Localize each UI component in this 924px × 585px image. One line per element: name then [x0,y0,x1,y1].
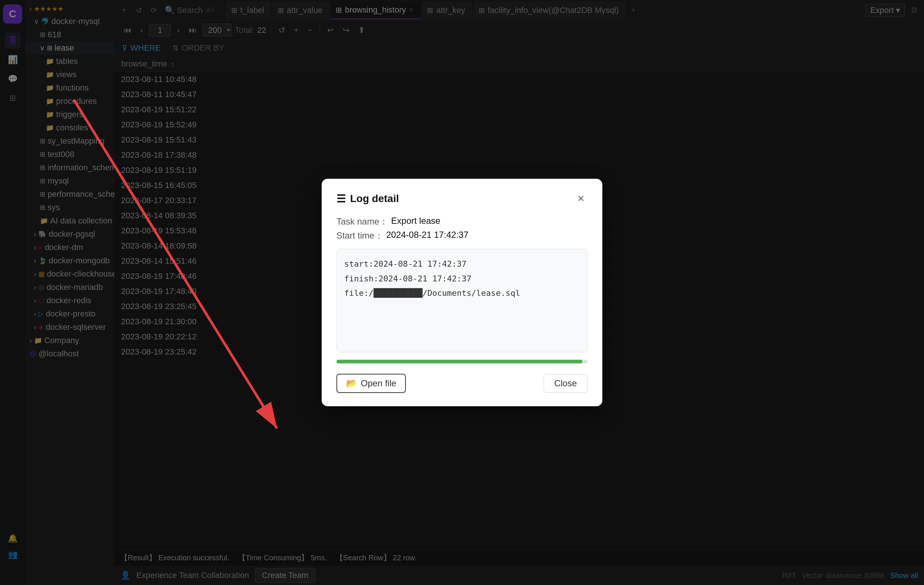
dialog-header: ☰ Log detail ✕ [337,192,587,205]
task-name-label: Task name： [337,216,388,228]
task-name-value: Export lease [391,216,440,228]
folder-open-icon: 📂 [346,378,357,388]
log-box: start:2024-08-21 17:42:37 finish:2024-08… [337,249,587,352]
dialog-title-icon: ☰ [337,193,346,205]
log-detail-dialog: ☰ Log detail ✕ Task name： Export lease S… [322,179,602,406]
start-time-row: Start time： 2024-08-21 17:42:37 [337,230,587,241]
start-time-label: Start time： [337,230,383,241]
start-time-value: 2024-08-21 17:42:37 [386,230,469,241]
progress-bar-container [337,360,587,364]
task-name-row: Task name： Export lease [337,216,587,228]
open-file-label: Open file [361,378,396,388]
dialog-title-text: Log detail [350,193,399,205]
dialog-title: ☰ Log detail [337,193,399,205]
log-line-file: file:/██████████/Documents/lease.sql [344,286,580,301]
dialog-close-button[interactable]: ✕ [574,192,587,205]
dialog-overlay: ☰ Log detail ✕ Task name： Export lease S… [0,0,924,585]
log-line-finish: finish:2024-08-21 17:42:37 [344,271,580,286]
open-file-button[interactable]: 📂 Open file [337,374,406,393]
log-line-start: start:2024-08-21 17:42:37 [344,257,580,271]
dialog-meta: Task name： Export lease Start time： 2024… [337,216,587,241]
close-dialog-button[interactable]: Close [544,374,587,393]
progress-bar-fill [337,360,582,364]
dialog-footer: 📂 Open file Close [337,374,587,393]
